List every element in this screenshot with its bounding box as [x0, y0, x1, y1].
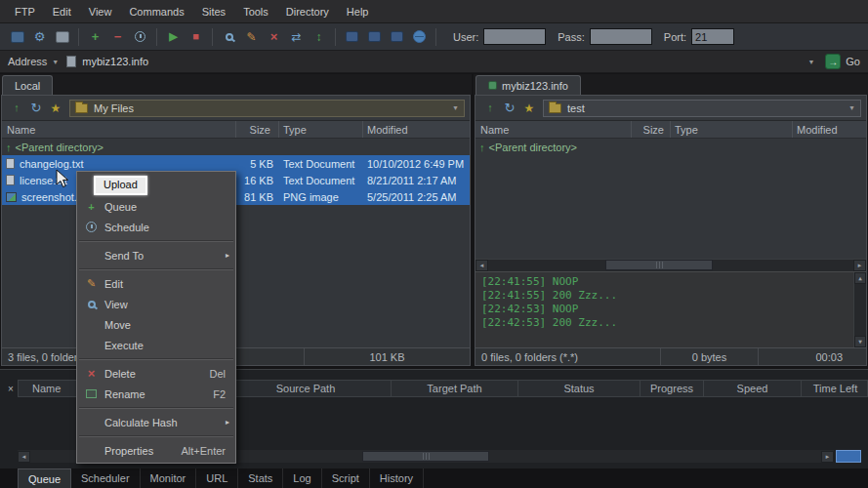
- close-icon[interactable]: ×: [4, 382, 18, 395]
- stop-transfer-button[interactable]: ■: [186, 26, 206, 47]
- scroll-right-icon[interactable]: ►: [853, 260, 866, 271]
- remote-horizontal-scrollbar[interactable]: ◄ ►: [475, 259, 866, 271]
- remote-path-value: test: [567, 102, 585, 114]
- address-input[interactable]: mybiz123.info: [82, 56, 148, 67]
- connect-button[interactable]: [7, 26, 27, 47]
- menu-directory[interactable]: Directory: [277, 2, 338, 21]
- queue-column-progress[interactable]: Progress: [641, 381, 704, 396]
- context-menu-execute[interactable]: Execute: [77, 335, 235, 355]
- scroll-up-icon[interactable]: ▲: [854, 272, 866, 284]
- context-menu-upload[interactable]: Upload: [77, 174, 235, 196]
- context-menu-calculate-hash[interactable]: Calculate Hash ▸: [77, 412, 235, 432]
- local-refresh-button[interactable]: ↻: [26, 99, 46, 118]
- port-input[interactable]: [691, 28, 734, 45]
- start-transfer-button[interactable]: ▶: [163, 26, 184, 47]
- settings-button[interactable]: ⚙: [29, 26, 50, 47]
- tab-stats[interactable]: Stats: [238, 468, 283, 488]
- column-modified[interactable]: Modified: [363, 121, 470, 138]
- context-menu-view[interactable]: View: [77, 294, 235, 314]
- tab-queue[interactable]: Queue: [18, 468, 71, 488]
- menu-view[interactable]: View: [80, 2, 121, 21]
- menu-edit[interactable]: Edit: [44, 2, 80, 21]
- scroll-left-icon[interactable]: ◄: [18, 451, 30, 463]
- column-type[interactable]: Type: [671, 121, 793, 138]
- column-size[interactable]: Size: [632, 121, 671, 138]
- queue-column-source[interactable]: Source Path: [221, 381, 392, 396]
- server-log[interactable]: [22:41:55] NOOP [22:41:55] 200 Zzz... [2…: [475, 271, 866, 347]
- remote-refresh-button[interactable]: ↻: [500, 99, 519, 118]
- upload-highlight-box[interactable]: Upload: [94, 176, 147, 195]
- column-name[interactable]: Name: [2, 121, 236, 138]
- local-favorites-button[interactable]: ★: [46, 99, 65, 118]
- column-size[interactable]: Size: [236, 121, 279, 138]
- context-menu-move[interactable]: Move: [77, 314, 235, 335]
- edit-button[interactable]: ✎: [241, 26, 262, 47]
- tab-url[interactable]: URL: [196, 468, 238, 488]
- find-servers-button[interactable]: [387, 26, 407, 47]
- parent-directory-row[interactable]: ↑<Parent directory>: [475, 139, 866, 155]
- local-path-combo[interactable]: My Files ▼: [69, 100, 465, 117]
- scroll-down-icon[interactable]: ▼: [854, 336, 866, 347]
- pass-input[interactable]: [590, 28, 652, 45]
- schedule-button[interactable]: [130, 26, 150, 47]
- scroll-left-icon[interactable]: ◄: [475, 260, 488, 271]
- local-parent-dir-button[interactable]: ↑: [7, 99, 26, 118]
- address-combo-arrow-icon[interactable]: ▼: [807, 59, 814, 65]
- tab-local[interactable]: Local: [2, 75, 53, 95]
- user-input[interactable]: [483, 28, 546, 45]
- queue-column-speed[interactable]: Speed: [704, 381, 802, 396]
- queue-column-target[interactable]: Target Path: [392, 381, 518, 396]
- remote-file-list-empty-area[interactable]: [475, 155, 866, 259]
- menu-commands[interactable]: Commands: [120, 2, 192, 21]
- go-button[interactable]: Go: [846, 56, 860, 67]
- column-modified[interactable]: Modified: [793, 121, 866, 138]
- queue-remove-button[interactable]: −: [107, 26, 128, 47]
- context-menu-schedule[interactable]: Schedule: [77, 217, 235, 237]
- column-name[interactable]: Name: [475, 121, 632, 138]
- find-files-button[interactable]: [364, 26, 385, 47]
- remote-parent-dir-button[interactable]: ↑: [480, 99, 500, 118]
- menu-help[interactable]: Help: [338, 2, 378, 21]
- tab-log[interactable]: Log: [283, 468, 321, 488]
- context-menu-delete[interactable]: × Delete Del: [77, 363, 235, 384]
- context-menu-edit[interactable]: ✎ Edit: [77, 273, 235, 294]
- menu-tools[interactable]: Tools: [234, 2, 277, 21]
- chevron-down-icon[interactable]: ▼: [848, 104, 855, 111]
- column-type[interactable]: Type: [279, 121, 363, 138]
- parent-directory-row[interactable]: ↑<Parent directory>: [2, 139, 470, 155]
- scroll-right-icon[interactable]: ►: [821, 451, 834, 463]
- remote-favorites-button[interactable]: ★: [519, 99, 539, 118]
- synchronize-button[interactable]: ⇄: [286, 26, 307, 47]
- scroll-thumb[interactable]: [362, 451, 489, 462]
- context-menu-properties[interactable]: Properties Alt+Enter: [77, 440, 235, 461]
- address-label[interactable]: Address ▼: [8, 56, 59, 67]
- file-row[interactable]: changelog.txt 5 KB Text Document 10/10/2…: [2, 155, 470, 172]
- tab-history[interactable]: History: [370, 468, 424, 488]
- menu-ftp[interactable]: FTP: [6, 2, 44, 21]
- go-icon[interactable]: →: [825, 54, 841, 69]
- tab-monitor[interactable]: Monitor: [141, 468, 197, 488]
- remote-column-header: Name Size Type Modified: [475, 121, 866, 139]
- tab-remote-site[interactable]: mybiz123.info: [475, 75, 581, 95]
- site-manager-button[interactable]: [52, 26, 72, 47]
- find-button[interactable]: [342, 26, 362, 47]
- log-vertical-scrollbar[interactable]: ▲ ▼: [853, 272, 866, 347]
- folder-sync-button[interactable]: ↕: [309, 26, 329, 47]
- scroll-grip: [426, 453, 427, 460]
- web-browser-button[interactable]: [409, 26, 430, 47]
- context-menu-queue[interactable]: + Queue: [77, 196, 235, 217]
- tab-scheduler[interactable]: Scheduler: [71, 468, 141, 488]
- delete-button[interactable]: ×: [264, 26, 284, 47]
- scroll-thumb[interactable]: [605, 260, 713, 270]
- scroll-track[interactable]: [488, 260, 853, 271]
- queue-column-status[interactable]: Status: [518, 381, 641, 396]
- context-menu-send-to[interactable]: Send To ▸: [77, 245, 235, 265]
- queue-add-button[interactable]: +: [85, 26, 105, 47]
- context-menu-rename[interactable]: Rename F2: [77, 384, 235, 404]
- search-button[interactable]: [219, 26, 239, 47]
- tab-script[interactable]: Script: [322, 468, 370, 488]
- chevron-down-icon[interactable]: ▼: [452, 104, 459, 111]
- queue-column-timeleft[interactable]: Time Left: [802, 381, 868, 396]
- menu-sites[interactable]: Sites: [193, 2, 234, 21]
- remote-path-combo[interactable]: test ▼: [543, 100, 861, 117]
